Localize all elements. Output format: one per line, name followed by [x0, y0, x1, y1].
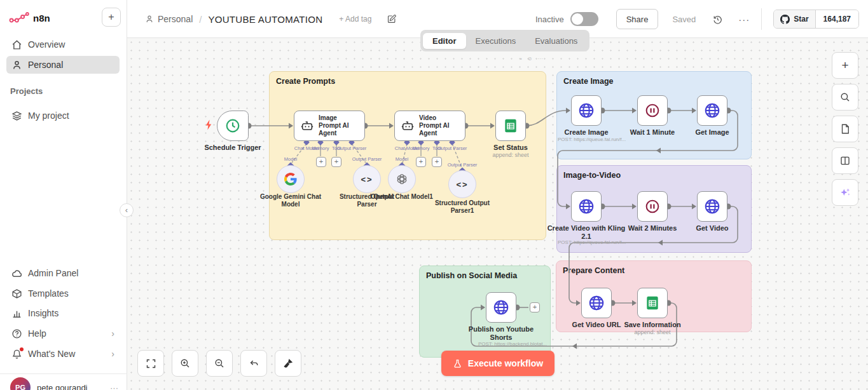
flask-icon — [453, 359, 462, 368]
node-wait-2-minutes[interactable] — [637, 191, 668, 222]
add-tag-button[interactable]: + Add tag — [339, 15, 371, 24]
node-label: Schedule Trigger — [191, 144, 274, 152]
add-node-button[interactable]: + — [530, 302, 540, 313]
execute-workflow-button[interactable]: Execute workflow — [441, 351, 555, 376]
port-label: Memory — [312, 145, 329, 151]
fit-view-icon — [146, 358, 156, 369]
new-workflow-button[interactable]: + — [102, 8, 121, 27]
user-menu[interactable]: PG pete gourandi ··· — [10, 377, 118, 390]
tidy-up-button[interactable] — [275, 350, 301, 377]
package-icon — [11, 288, 22, 299]
sidebar-item-whats-new[interactable]: What's New › — [6, 345, 120, 363]
pin-mini-icon[interactable]: ▪ — [520, 56, 522, 62]
zoom-in-button[interactable] — [172, 350, 198, 377]
sticky-note-button[interactable] — [832, 116, 858, 142]
zoom-to-fit-button[interactable] — [137, 350, 164, 377]
toggle-knob — [572, 13, 583, 25]
search-button[interactable] — [832, 84, 858, 111]
sidebar-item-overview[interactable]: Overview — [6, 36, 120, 53]
globe-icon — [703, 102, 721, 119]
edit-icon[interactable] — [387, 14, 397, 24]
workflow-title[interactable]: YOUTUBE AUTOMATION — [208, 14, 322, 25]
globe-icon — [588, 294, 605, 312]
add-memory-button[interactable]: + — [416, 157, 426, 167]
user-name: pete gourandi — [37, 383, 88, 390]
user-more-icon[interactable]: ··· — [110, 383, 118, 390]
active-toggle[interactable] — [570, 12, 598, 26]
node-post-url: POST: https://backend.blotat... — [465, 341, 560, 347]
more-mini-icon[interactable]: ⋯ — [538, 56, 543, 62]
sidebar-collapse-button[interactable]: ‹ — [120, 203, 134, 217]
node-get-video[interactable] — [697, 191, 727, 222]
pause-icon — [644, 198, 661, 215]
node-create-video-kling[interactable] — [571, 191, 602, 222]
node-get-video-url[interactable] — [581, 288, 612, 318]
node-label: Save Information — [611, 321, 694, 329]
sidebar-item-label: Personal — [28, 60, 63, 70]
code-brackets-icon: <> — [456, 180, 468, 189]
sidebar-divider — [0, 373, 127, 374]
node-label: Structured Output Parser1 — [432, 199, 493, 214]
node-openai-chat-model[interactable] — [388, 165, 416, 193]
group-title: Image-to-Video — [557, 166, 751, 185]
globe-icon — [492, 299, 510, 316]
node-save-information[interactable] — [637, 288, 668, 318]
canvas-mini-toolbar[interactable]: ▪ ⊘ ⋯ — [520, 56, 543, 62]
undo-button[interactable] — [240, 350, 267, 377]
workflow-canvas[interactable]: ▪ ⊘ ⋯ Create Prompts Create Image Image-… — [127, 38, 868, 390]
broom-icon — [282, 358, 294, 369]
google-icon — [284, 173, 297, 185]
sidebar-item-personal[interactable]: Personal — [6, 56, 120, 74]
add-tool-button[interactable]: + — [432, 157, 442, 167]
share-button[interactable]: Share — [616, 9, 659, 29]
avatar: PG — [10, 377, 31, 390]
breadcrumb-project[interactable]: Personal — [158, 14, 193, 24]
add-tool-button[interactable]: + — [331, 157, 341, 167]
history-icon[interactable] — [712, 14, 723, 25]
bell-icon — [11, 349, 22, 360]
node-set-status[interactable] — [495, 111, 526, 141]
disable-mini-icon[interactable]: ⊘ — [528, 56, 532, 62]
notification-badge — [20, 347, 24, 351]
add-memory-button[interactable]: + — [316, 157, 326, 167]
split-panel-button[interactable] — [832, 147, 858, 174]
breadcrumb-separator: / — [199, 14, 202, 25]
add-node-panel-button[interactable]: + — [832, 52, 858, 79]
sidebar-item-label: What's New — [28, 349, 75, 359]
tab-evaluations[interactable]: Evaluations — [525, 33, 587, 49]
sidebar-item-insights[interactable]: Insights — [6, 304, 120, 322]
node-label: Google Gemini Chat Model — [252, 193, 329, 208]
github-star-button[interactable]: Star 164,187 — [773, 10, 859, 29]
robot-icon — [401, 119, 415, 133]
tab-editor[interactable]: Editor — [423, 33, 466, 49]
github-icon — [780, 15, 790, 24]
sidebar-item-templates[interactable]: Templates — [6, 285, 120, 302]
sidebar-item-help[interactable]: Help › — [6, 325, 120, 342]
sidebar-item-admin-panel[interactable]: Admin Panel — [6, 264, 120, 282]
node-image-prompt-agent[interactable]: Image Prompt AI Agent — [294, 111, 365, 141]
node-get-image[interactable] — [697, 95, 727, 126]
sidebar-item-my-project[interactable]: My project — [6, 107, 120, 124]
node-video-prompt-agent[interactable]: Video Prompt AI Agent — [394, 111, 465, 141]
trigger-bolt-icon — [205, 119, 213, 133]
node-structured-output-parser[interactable]: <> — [353, 165, 381, 193]
tab-executions[interactable]: Executions — [466, 33, 526, 49]
node-wait-1-minute[interactable] — [637, 95, 668, 126]
zoom-out-button[interactable] — [206, 350, 233, 377]
layers-icon — [11, 111, 22, 121]
node-schedule-trigger[interactable] — [217, 111, 249, 141]
code-brackets-icon: <> — [361, 175, 373, 184]
ai-assistant-button[interactable] — [832, 179, 858, 206]
sidebar-item-label: Admin Panel — [28, 268, 78, 278]
node-google-gemini-chat-model[interactable] — [277, 165, 305, 193]
undo-icon — [249, 358, 259, 369]
more-menu-icon[interactable]: ··· — [738, 14, 750, 25]
node-structured-output-parser1[interactable]: <> — [448, 170, 476, 198]
saved-status: Saved — [672, 15, 696, 24]
node-publish-youtube-shorts[interactable] — [486, 292, 516, 323]
node-label: Publish on Youtube Shorts — [466, 325, 536, 341]
node-create-image[interactable] — [571, 95, 602, 126]
globe-icon — [703, 198, 721, 215]
port-label: Memory — [412, 145, 429, 151]
zoom-out-icon — [214, 358, 225, 369]
